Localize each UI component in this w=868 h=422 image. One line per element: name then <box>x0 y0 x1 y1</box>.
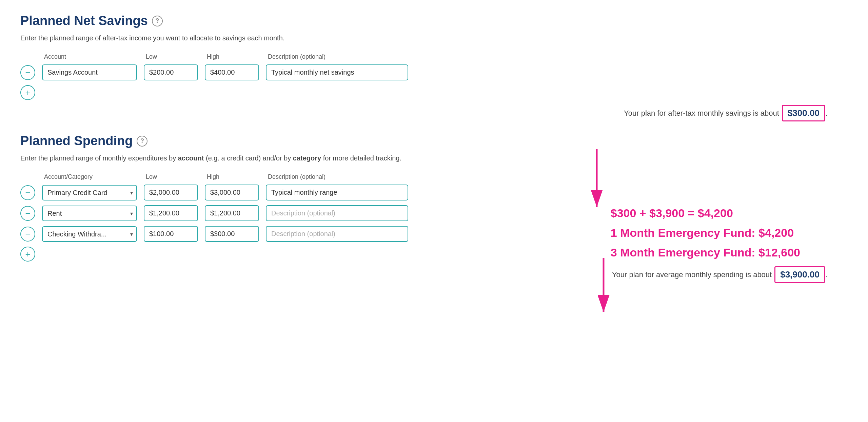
planned-spending-desc: Enter the planned range of monthly expen… <box>20 153 848 163</box>
spending-summary-text: Your plan for average monthly spending i… <box>612 270 772 279</box>
col-header-high-savings: High <box>207 53 261 60</box>
spending-high-input-3[interactable] <box>205 226 259 242</box>
spending-row-1: − Primary Credit Card Rent Checking With… <box>20 185 848 200</box>
spending-account-select-2[interactable]: Rent Primary Credit Card Checking Withdr… <box>42 206 137 221</box>
savings-col-headers: Account Low High Description (optional) <box>20 53 848 60</box>
planned-net-savings-desc: Enter the planned range of after-tax inc… <box>20 33 848 43</box>
annotation-line1: $300 + $3,900 = $4,200 <box>611 204 800 223</box>
desc-bold-category: category <box>293 154 321 162</box>
spending-account-select-1[interactable]: Primary Credit Card Rent Checking Withdr… <box>42 185 137 200</box>
savings-summary: Your plan for after-tax monthly savings … <box>20 105 848 121</box>
planned-spending-help-icon[interactable]: ? <box>137 136 147 147</box>
spending-summary-value: $3,900.00 <box>774 266 825 283</box>
spending-high-input-1[interactable] <box>205 185 259 200</box>
spending-col-headers: Account/Category Low High Description (o… <box>20 173 848 180</box>
spending-summary: Your plan for average monthly spending i… <box>20 266 848 283</box>
annotation-line3: 3 Month Emergency Fund: $12,600 <box>611 243 800 263</box>
planned-net-savings-title: Planned Net Savings <box>20 14 148 28</box>
spending-low-input-1[interactable] <box>144 185 198 200</box>
spending-desc-input-1[interactable] <box>266 185 408 200</box>
savings-low-input[interactable] <box>144 64 198 80</box>
desc-bold-account: account <box>178 154 204 162</box>
col-header-account-cat: Account/Category <box>44 173 139 180</box>
spending-remove-button-1[interactable]: − <box>20 185 35 200</box>
annotation-block: $300 + $3,900 = $4,200 1 Month Emergency… <box>611 204 800 262</box>
savings-summary-text: Your plan for after-tax monthly savings … <box>624 109 779 118</box>
col-header-desc-spending: Description (optional) <box>268 173 410 180</box>
spending-high-input-2[interactable] <box>205 205 259 221</box>
planned-net-savings-section: Planned Net Savings ? Enter the planned … <box>20 14 848 121</box>
savings-row-1: − <box>20 64 848 80</box>
planned-net-savings-help-icon[interactable]: ? <box>152 16 163 26</box>
savings-add-row: + <box>20 85 848 100</box>
savings-remove-button[interactable]: − <box>20 65 35 80</box>
col-header-desc-savings: Description (optional) <box>268 53 410 60</box>
col-header-low-spending: Low <box>146 173 200 180</box>
spending-desc-input-3[interactable] <box>266 226 408 242</box>
col-header-account: Account <box>44 53 139 60</box>
savings-high-input[interactable] <box>205 64 259 80</box>
spending-low-input-2[interactable] <box>144 205 198 221</box>
spending-account-select-3[interactable]: Checking Withdra... Primary Credit Card … <box>42 226 137 242</box>
annotation-line2: 1 Month Emergency Fund: $4,200 <box>611 223 800 243</box>
spending-add-button[interactable]: + <box>20 247 35 262</box>
spending-account-select-wrapper-2: Rent Primary Credit Card Checking Withdr… <box>42 206 137 221</box>
col-header-low-savings: Low <box>146 53 200 60</box>
savings-account-input[interactable] <box>42 64 137 80</box>
spending-remove-button-2[interactable]: − <box>20 206 35 221</box>
spending-account-select-wrapper-3: Checking Withdra... Primary Credit Card … <box>42 226 137 242</box>
spending-desc-input-2[interactable] <box>266 205 408 221</box>
spending-account-select-wrapper-1: Primary Credit Card Rent Checking Withdr… <box>42 185 137 200</box>
col-header-high-spending: High <box>207 173 261 180</box>
savings-summary-value: $300.00 <box>782 105 825 121</box>
spending-remove-button-3[interactable]: − <box>20 227 35 242</box>
planned-spending-title: Planned Spending <box>20 134 133 148</box>
savings-add-button[interactable]: + <box>20 85 35 100</box>
spending-low-input-3[interactable] <box>144 226 198 242</box>
savings-desc-input[interactable] <box>266 64 408 80</box>
